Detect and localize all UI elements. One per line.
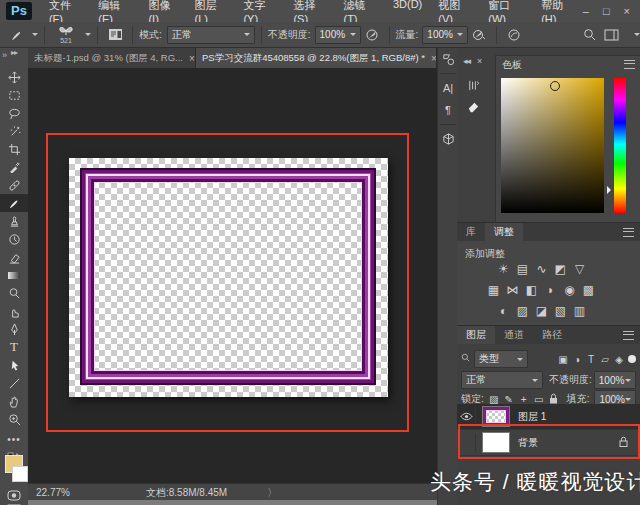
brush-tool-option-icon[interactable] <box>6 25 28 45</box>
type-tool[interactable]: T <box>0 338 28 356</box>
status-chevron-icon[interactable]: 〉 <box>267 486 277 500</box>
layer-name[interactable]: 图层 1 <box>518 410 546 424</box>
curves-icon[interactable]: ∿ <box>535 262 548 276</box>
filter-search-icon <box>461 353 471 365</box>
posterize-icon[interactable]: ▨ <box>516 304 529 318</box>
history-brush-tool[interactable] <box>0 230 28 248</box>
panel-menu-icon[interactable] <box>623 331 634 340</box>
line-tool[interactable] <box>0 374 28 392</box>
filter-toggle-icon[interactable] <box>628 355 636 363</box>
panel-close-icon[interactable]: × <box>477 56 481 66</box>
threshold-icon[interactable]: ◪ <box>535 304 548 318</box>
hue-slider[interactable] <box>614 78 626 213</box>
healing-brush-tool[interactable] <box>0 176 28 194</box>
visibility-eye-icon[interactable] <box>457 408 476 426</box>
paragraph-panel-icon[interactable]: ¶ <box>438 99 458 121</box>
selective-color-icon[interactable]: ▥ <box>573 304 586 318</box>
paint-panel-icon[interactable] <box>463 96 483 118</box>
brush-settings-panel-icon[interactable] <box>463 74 483 96</box>
layer-opacity-input[interactable]: 100% <box>594 371 636 389</box>
color-balance-icon[interactable]: ⋈ <box>506 283 519 297</box>
hue-slider-arrow-icon[interactable] <box>607 186 615 194</box>
document-tab-active[interactable]: PS学习交流群45408558 @ 22.8%(图层 1, RGB/8#) * … <box>196 48 437 68</box>
panel-menu-icon[interactable] <box>623 228 634 237</box>
background-color-swatch[interactable] <box>12 466 28 482</box>
close-icon[interactable]: × <box>624 5 630 17</box>
blend-mode-select[interactable]: 正常 <box>167 26 255 44</box>
layer-filter-type-select[interactable]: 类型 <box>474 350 528 368</box>
tab-paths[interactable]: 路径 <box>533 326 571 344</box>
screen-mode-icon[interactable] <box>0 500 28 505</box>
gradient-tool[interactable] <box>0 266 28 284</box>
opacity-input[interactable]: 100% <box>315 26 361 44</box>
character-panel-icon[interactable]: A| <box>438 77 458 99</box>
document-tab-untitled[interactable]: 未标题-1.psd @ 31% (图层 4, RG... × <box>28 48 196 68</box>
minimize-icon[interactable]: – <box>583 5 589 17</box>
document-transparent-canvas[interactable] <box>69 158 388 397</box>
hand-tool[interactable] <box>0 392 28 410</box>
hue-saturation-icon[interactable]: ▦ <box>487 283 500 297</box>
filter-smart-object-icon[interactable]: ◈ <box>612 354 626 365</box>
dodge-tool[interactable] <box>0 284 28 302</box>
3d-panel-icon[interactable] <box>438 128 458 150</box>
filter-shape-layers-icon[interactable]: ▱ <box>598 354 612 365</box>
tab-close-icon[interactable]: × <box>431 53 437 64</box>
black-white-icon[interactable]: ◧ <box>525 283 538 297</box>
airbrush-icon[interactable] <box>468 25 490 45</box>
lock-transparency-icon[interactable]: ▨ <box>489 394 499 405</box>
smudge-tool[interactable] <box>0 302 28 320</box>
crop-tool[interactable] <box>0 140 28 158</box>
properties-panel-icon[interactable] <box>438 48 458 70</box>
eyedropper-tool[interactable] <box>0 158 28 176</box>
filter-adjustment-layers-icon[interactable]: ◑ <box>570 354 584 365</box>
channel-mixer-icon[interactable]: ◉ <box>563 283 576 297</box>
tab-library[interactable]: 库 <box>457 223 485 241</box>
tab-adjustments[interactable]: 调整 <box>485 223 523 241</box>
tab-channels[interactable]: 通道 <box>495 326 533 344</box>
clone-stamp-tool[interactable] <box>0 212 28 230</box>
magic-wand-tool[interactable] <box>0 122 28 140</box>
invert-icon[interactable]: ◐ <box>497 304 510 318</box>
maximize-icon[interactable]: □ <box>603 5 610 17</box>
layer-blend-mode-select[interactable]: 正常 <box>461 371 543 389</box>
lasso-tool[interactable] <box>0 104 28 122</box>
path-selection-tool[interactable] <box>0 356 28 374</box>
collapsed-panel-dock: A| ¶ <box>437 48 459 505</box>
lock-position-icon[interactable]: + <box>519 394 529 405</box>
color-lookup-icon[interactable]: ▩ <box>582 283 595 297</box>
color-cube-marker[interactable] <box>550 81 560 91</box>
pen-tool[interactable] <box>0 320 28 338</box>
smoothing-pressure-icon[interactable] <box>503 25 525 45</box>
brush-preset-picker[interactable]: 521 <box>51 25 81 45</box>
tabbar-collapse-icon[interactable]: » <box>2 50 6 60</box>
panel-menu-icon[interactable] <box>624 60 635 69</box>
search-icon[interactable] <box>578 25 600 45</box>
red-annotation-rectangle-background-layer <box>458 424 640 459</box>
canvas-pasteboard[interactable] <box>28 68 437 483</box>
marquee-tool[interactable] <box>0 86 28 104</box>
pressure-opacity-icon[interactable] <box>361 25 383 45</box>
flow-input[interactable]: 100% <box>422 26 468 44</box>
levels-icon[interactable]: ▤ <box>516 262 529 276</box>
color-cube[interactable] <box>501 78 604 213</box>
exposure-icon[interactable]: ◩ <box>554 262 567 276</box>
vibrance-icon[interactable]: ▽ <box>573 262 586 276</box>
move-tool[interactable] <box>0 68 28 86</box>
tab-layers[interactable]: 图层 <box>457 326 495 344</box>
panel-collapse-icon[interactable]: ◂◂ <box>463 56 470 66</box>
tab-close-icon[interactable]: × <box>189 53 195 64</box>
lock-paint-icon[interactable]: ✎ <box>504 394 514 405</box>
filter-type-layers-icon[interactable]: T <box>584 354 598 365</box>
filter-pixel-layers-icon[interactable]: ▣ <box>556 354 570 365</box>
brush-tool-selected[interactable] <box>0 194 28 212</box>
toggle-brush-panel-icon[interactable] <box>104 25 126 45</box>
zoom-tool[interactable] <box>0 410 28 428</box>
brightness-contrast-icon[interactable]: ☀ <box>497 262 510 276</box>
gradient-map-icon[interactable]: ▧ <box>554 304 567 318</box>
eraser-tool[interactable] <box>0 248 28 266</box>
edit-toolbar-icon[interactable]: ••• <box>0 430 28 448</box>
photo-filter-icon[interactable]: ◗ <box>544 283 557 297</box>
lock-artboard-icon[interactable]: ▭ <box>534 394 544 405</box>
zoom-level-field[interactable]: 22.77% <box>36 487 88 498</box>
workspace-switcher-icon[interactable] <box>600 25 622 45</box>
